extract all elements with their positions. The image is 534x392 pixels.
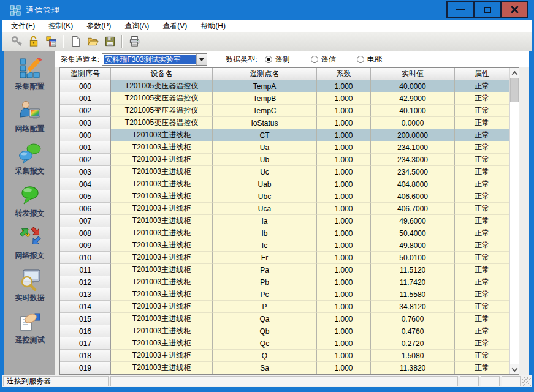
- sidebar-item-label: 遥控测试: [15, 335, 45, 345]
- cell-attr: 正常: [455, 129, 509, 141]
- chevron-down-icon: [511, 366, 517, 372]
- cell-value: 404.8000: [371, 178, 455, 190]
- resize-grip[interactable]: [522, 377, 531, 386]
- table-row[interactable]: 003 T201005变压器温控仪 IoStatus 1.000 0.0000 …: [60, 117, 509, 129]
- menu-item[interactable]: 参数(P): [80, 20, 118, 32]
- vertical-scrollbar[interactable]: [509, 68, 519, 374]
- column-header-point[interactable]: 遥测点名: [213, 68, 317, 80]
- table-row[interactable]: 009 T201003主进线柜 Ic 1.000 49.8000 正常: [60, 239, 509, 252]
- cell-index: 003: [60, 117, 111, 129]
- menu-item[interactable]: 文件(F): [4, 20, 42, 32]
- cell-value: 34.8120: [371, 301, 455, 313]
- radio-label: 遥信: [321, 55, 336, 65]
- cell-device: T201003主进线柜: [111, 288, 213, 301]
- column-header-attr[interactable]: 属性: [455, 68, 509, 80]
- table-row[interactable]: 016 T201003主进线柜 Qb 1.000 0.4760 正常: [60, 325, 509, 337]
- sidebar-item-collect-message[interactable]: 采集报文: [4, 142, 55, 176]
- print-button[interactable]: [126, 34, 143, 50]
- column-header-coef[interactable]: 系数: [317, 68, 371, 80]
- app-icon: [10, 5, 21, 16]
- table-row[interactable]: 010 T201003主进线柜 Fr 1.000 50.0100 正常: [60, 252, 509, 264]
- cell-coef: 1.000: [317, 350, 371, 362]
- save-button[interactable]: [101, 34, 118, 50]
- scroll-down-button[interactable]: [510, 364, 519, 374]
- cell-coef: 1.000: [317, 276, 371, 288]
- scrollbar-thumb[interactable]: [510, 78, 519, 102]
- open-folder-button[interactable]: [84, 34, 101, 50]
- table-row[interactable]: 003 T201003主进线柜 Uc 1.000 234.5000 正常: [60, 166, 509, 178]
- table-row[interactable]: 001 T201003主进线柜 Ua 1.000 234.1000 正常: [60, 141, 509, 154]
- table-row[interactable]: 006 T201003主进线柜 Uca 1.000 406.7000 正常: [60, 203, 509, 215]
- table-row[interactable]: 011 T201003主进线柜 Pa 1.000 11.5120 正常: [60, 264, 509, 276]
- table-row[interactable]: 002 T201005变压器温控仪 TempC 1.000 40.1000 正常: [60, 105, 509, 117]
- sidebar-item-forward-message[interactable]: 转发报文: [4, 184, 55, 219]
- sidebar-item-network-message[interactable]: 网络报文: [4, 227, 55, 261]
- column-header-device[interactable]: 设备名: [111, 68, 213, 80]
- table-row[interactable]: 008 T201003主进线柜 Ib 1.000 50.4000 正常: [60, 227, 509, 239]
- column-header-index[interactable]: 遥测序号: [60, 68, 111, 80]
- table-row[interactable]: 013 T201003主进线柜 Pc 1.000 11.5580 正常: [60, 288, 509, 301]
- radio-label: 遥测: [275, 55, 290, 65]
- cell-point: Ia: [213, 215, 317, 227]
- toolbar-separator: [121, 35, 123, 48]
- menu-item[interactable]: 查询(A): [118, 20, 156, 32]
- unlock-button[interactable]: [25, 34, 42, 50]
- table-row[interactable]: 015 T201003主进线柜 Qa 1.000 0.7600 正常: [60, 313, 509, 325]
- cell-attr: 正常: [455, 313, 509, 325]
- menu-item[interactable]: 查看(V): [156, 20, 194, 32]
- cell-index: 000: [60, 129, 111, 141]
- channel-config-icon: [45, 36, 57, 47]
- table-row[interactable]: 019 T201003主进线柜 Sa 1.000 11.3820 正常: [60, 362, 509, 374]
- table-row[interactable]: 012 T201003主进线柜 Pb 1.000 11.7420 正常: [60, 276, 509, 288]
- table-row[interactable]: 007 T201003主进线柜 Ia 1.000 49.6000 正常: [60, 215, 509, 227]
- key-button[interactable]: [8, 34, 25, 50]
- column-header-value[interactable]: 实时值: [371, 68, 455, 80]
- cell-index: 006: [60, 203, 111, 215]
- sidebar-item-remote-test[interactable]: 遥控测试: [4, 311, 55, 345]
- cell-index: 017: [60, 337, 111, 350]
- sidebar-item-collect-config[interactable]: 采集配置: [4, 58, 55, 92]
- minimize-button[interactable]: [446, 1, 475, 18]
- cell-point: P: [213, 301, 317, 313]
- table-row[interactable]: 002 T201003主进线柜 Ub 1.000 234.3000 正常: [60, 154, 509, 166]
- forward-message-icon: [18, 184, 42, 206]
- menu-item[interactable]: 控制(K): [42, 20, 80, 32]
- sidebar-item-network-config[interactable]: 网络配置: [4, 100, 55, 134]
- table-row[interactable]: 000 T201005变压器温控仪 TempA 1.000 40.0000 正常: [60, 80, 509, 92]
- cell-attr: 正常: [455, 166, 509, 178]
- table-row[interactable]: 018 T201003主进线柜 Q 1.000 1.5080 正常: [60, 350, 509, 362]
- close-button[interactable]: [500, 1, 528, 18]
- sidebar-item-realtime-data[interactable]: 实时数据: [4, 269, 55, 303]
- cell-device: T201003主进线柜: [111, 178, 213, 190]
- maximize-icon: [484, 7, 491, 13]
- datatype-radio[interactable]: 电能: [357, 55, 382, 65]
- channel-combobox-dropdown-button[interactable]: [196, 54, 207, 65]
- table-row[interactable]: 014 T201003主进线柜 P 1.000 34.8120 正常: [60, 301, 509, 313]
- datatype-radio[interactable]: 遥测: [265, 55, 290, 65]
- channel-combobox[interactable]: 安科瑞F303测试实验室: [102, 53, 207, 66]
- cell-point: TempB: [213, 92, 317, 105]
- cell-point: Ubc: [213, 190, 317, 203]
- cell-point: Uca: [213, 203, 317, 215]
- new-file-button[interactable]: [67, 34, 84, 50]
- cell-value: 0.4760: [371, 325, 455, 337]
- cell-coef: 1.000: [317, 92, 371, 105]
- cell-coef: 1.000: [317, 141, 371, 154]
- scrollbar-track[interactable]: [510, 102, 519, 364]
- cell-attr: 正常: [455, 92, 509, 105]
- cell-index: 013: [60, 288, 111, 301]
- menu-item[interactable]: 帮助(H): [194, 20, 232, 32]
- table-row[interactable]: 017 T201003主进线柜 Qc 1.000 0.2720 正常: [60, 337, 509, 350]
- cell-coef: 1.000: [317, 264, 371, 276]
- cell-index: 011: [60, 264, 111, 276]
- maximize-button[interactable]: [473, 1, 502, 18]
- cell-device: T201003主进线柜: [111, 129, 213, 141]
- datatype-radio[interactable]: 遥信: [311, 55, 336, 65]
- table-row[interactable]: 000 T201003主进线柜 CT 1.000 200.0000 正常: [60, 129, 509, 141]
- table-row[interactable]: 004 T201003主进线柜 Uab 1.000 404.8000 正常: [60, 178, 509, 190]
- table-row[interactable]: 005 T201003主进线柜 Ubc 1.000 406.6000 正常: [60, 190, 509, 203]
- cell-device: T201003主进线柜: [111, 313, 213, 325]
- table-row[interactable]: 001 T201005变压器温控仪 TempB 1.000 42.9000 正常: [60, 92, 509, 105]
- channel-config-button[interactable]: [42, 34, 59, 50]
- scroll-up-button[interactable]: [510, 68, 519, 78]
